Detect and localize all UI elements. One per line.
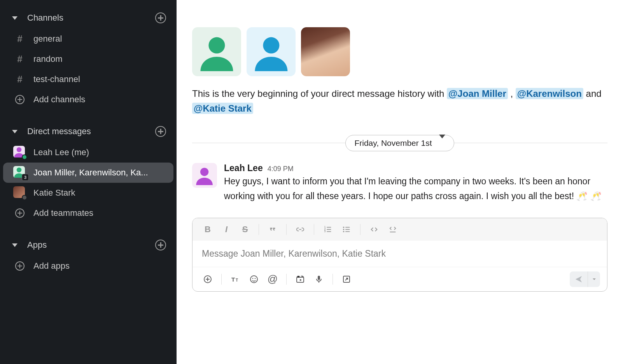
svg-point-16 xyxy=(255,278,256,279)
svg-point-10 xyxy=(343,231,345,232)
person-icon xyxy=(197,32,236,72)
message: Leah Lee 4:09 PM Hey guys, I want to inf… xyxy=(192,163,607,204)
channels-title: Channels xyxy=(27,13,155,23)
message-composer: B I S 123 Mes xyxy=(192,218,607,292)
group-count-badge: 3 xyxy=(22,174,29,181)
channels-section-header[interactable]: Channels xyxy=(0,7,177,29)
add-teammates[interactable]: Add teammates xyxy=(3,203,173,223)
message-text: Hey guys, I want to inform you that I'm … xyxy=(224,174,607,204)
audio-button[interactable] xyxy=(311,271,327,287)
mic-icon xyxy=(314,275,324,284)
add-channels[interactable]: Add channels xyxy=(3,89,173,110)
svg-text:T: T xyxy=(236,278,238,282)
ordered-list-button[interactable]: 123 xyxy=(320,221,336,238)
send-options-button[interactable] xyxy=(588,271,600,287)
send-button[interactable] xyxy=(570,271,588,287)
bullet-list-button[interactable] xyxy=(338,221,355,238)
quote-button[interactable] xyxy=(264,221,281,238)
format-toggle-button[interactable]: TT xyxy=(227,271,243,287)
svg-point-0 xyxy=(17,147,22,152)
avatar-katie[interactable] xyxy=(301,27,350,76)
bullet-list-icon xyxy=(342,225,351,234)
avatar: 3 xyxy=(13,166,26,179)
svg-point-8 xyxy=(343,226,345,228)
code-icon xyxy=(370,225,378,234)
shortcut-icon xyxy=(342,275,351,284)
svg-point-4 xyxy=(200,168,208,176)
channel-general[interactable]: # general xyxy=(3,29,173,49)
chevron-down-icon xyxy=(10,243,19,247)
message-avatar[interactable] xyxy=(192,163,217,188)
dms-title: Direct messages xyxy=(27,126,155,136)
strike-button[interactable]: S xyxy=(237,221,253,238)
dm-intro-text: This is the very beginning of your direc… xyxy=(192,86,607,116)
svg-point-15 xyxy=(252,278,254,279)
code-button[interactable] xyxy=(366,221,382,238)
avatar-karen[interactable] xyxy=(247,27,296,76)
apps-section-header[interactable]: Apps xyxy=(0,234,177,256)
date-chip[interactable]: Friday, November 1st xyxy=(345,135,454,151)
link-icon xyxy=(296,225,304,234)
channel-test-channel[interactable]: # test-channel xyxy=(3,69,173,89)
add-channel-icon[interactable] xyxy=(155,12,166,24)
hash-icon: # xyxy=(13,52,26,66)
shortcut-button[interactable] xyxy=(338,271,355,287)
emoji-button[interactable] xyxy=(246,271,262,287)
apps-title: Apps xyxy=(27,240,155,250)
ordered-list-icon: 123 xyxy=(324,225,332,234)
hash-icon: # xyxy=(13,73,26,86)
participant-avatars xyxy=(192,27,607,76)
message-time: 4:09 PM xyxy=(268,165,294,173)
svg-rect-18 xyxy=(318,276,320,280)
mention-button[interactable]: @ xyxy=(264,271,281,287)
video-icon xyxy=(296,275,305,284)
conversation-pane: This is the very beginning of your direc… xyxy=(177,0,623,364)
caret-down-icon xyxy=(592,277,597,282)
presence-away-icon xyxy=(22,195,27,200)
attach-button[interactable] xyxy=(200,271,216,287)
avatar-joan[interactable] xyxy=(192,27,241,76)
sidebar: Channels # general # random # test-chann… xyxy=(0,0,177,364)
dms-section-header[interactable]: Direct messages xyxy=(0,121,177,142)
svg-point-14 xyxy=(250,276,257,283)
hash-icon: # xyxy=(13,32,26,46)
plus-circle-icon xyxy=(13,93,26,106)
plus-circle-icon xyxy=(13,259,26,273)
bold-button[interactable]: B xyxy=(200,221,216,238)
presence-active-icon xyxy=(22,154,27,160)
emoji-icon xyxy=(249,275,259,284)
mention-joan[interactable]: @Joan Miller xyxy=(447,88,508,99)
chevron-down-icon xyxy=(439,138,445,148)
svg-point-2 xyxy=(208,37,225,53)
codeblock-button[interactable] xyxy=(385,221,401,238)
svg-point-9 xyxy=(343,229,345,230)
codeblock-icon xyxy=(388,225,397,234)
add-dm-icon[interactable] xyxy=(155,126,166,137)
avatar xyxy=(13,146,26,159)
plus-circle-icon xyxy=(13,206,26,220)
send-icon xyxy=(574,275,583,284)
text-format-icon: TT xyxy=(231,275,240,284)
mention-karen[interactable]: @Karenwilson xyxy=(516,88,583,99)
channel-random[interactable]: # random xyxy=(3,49,173,69)
svg-text:3: 3 xyxy=(324,230,326,233)
italic-button[interactable]: I xyxy=(218,221,234,238)
svg-point-1 xyxy=(17,168,22,173)
mention-katie[interactable]: @Katie Stark xyxy=(192,103,253,114)
message-input[interactable]: Message Joan Miller, Karenwilson, Katie … xyxy=(192,241,607,267)
dm-group-joan-karen-katie[interactable]: 3 Joan Miller, Karenwilson, Ka... xyxy=(3,163,173,183)
plus-circle-icon xyxy=(203,275,212,284)
link-button[interactable] xyxy=(292,221,308,238)
message-author[interactable]: Leah Lee xyxy=(224,163,263,173)
video-button[interactable] xyxy=(292,271,308,287)
add-app-icon[interactable] xyxy=(155,239,166,251)
svg-text:T: T xyxy=(231,276,235,283)
dm-leah-lee[interactable]: Leah Lee (me) xyxy=(3,142,173,163)
add-apps[interactable]: Add apps xyxy=(3,256,173,276)
quote-icon xyxy=(268,225,277,234)
person-icon xyxy=(252,32,291,72)
svg-point-3 xyxy=(263,37,279,53)
format-toolbar: B I S 123 xyxy=(192,218,607,241)
chevron-down-icon xyxy=(10,130,19,133)
dm-katie-stark[interactable]: Katie Stark xyxy=(3,183,173,203)
